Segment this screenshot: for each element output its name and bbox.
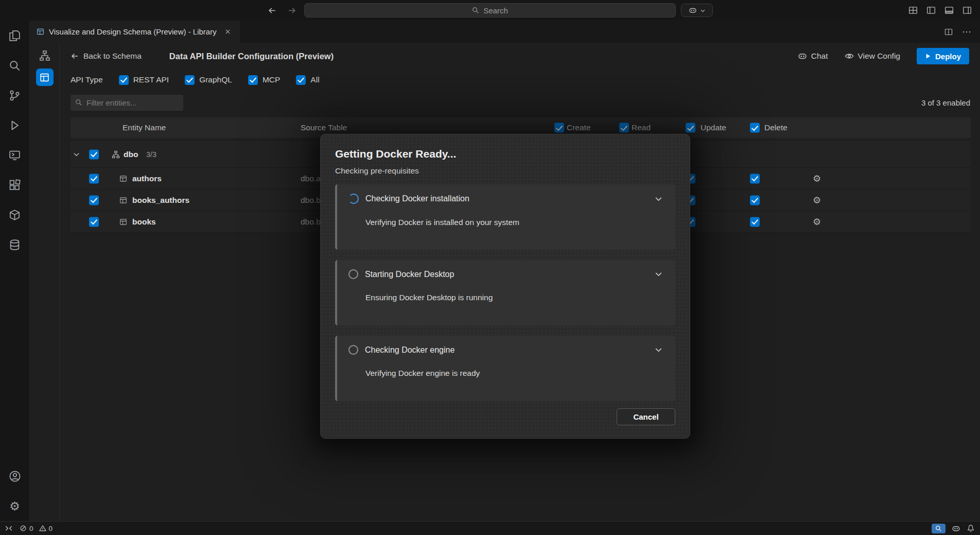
delete-checkbox[interactable]	[750, 217, 760, 227]
entity-name-column-header: Entity Name	[122, 123, 166, 132]
dialog-title: Getting Docker Ready...	[335, 148, 675, 160]
pending-circle-icon	[348, 269, 358, 279]
package-icon[interactable]	[0, 200, 30, 230]
back-arrow-icon[interactable]	[268, 6, 276, 15]
warning-count: 0	[49, 525, 53, 532]
entity-filter-box	[71, 95, 183, 111]
entity-name: books_authors	[132, 196, 189, 205]
notifications-bell-icon[interactable]	[967, 524, 975, 532]
toggle-panel-icon[interactable]	[944, 6, 954, 15]
entity-name: books	[132, 217, 156, 227]
step-header[interactable]: Starting Docker Desktop	[348, 269, 663, 279]
api-type-label: API Type	[71, 75, 103, 84]
more-actions-icon[interactable]: ⋯	[962, 26, 972, 38]
delete-checkbox[interactable]	[750, 195, 760, 205]
read-column-checkbox[interactable]	[619, 123, 629, 133]
row-settings-gear-icon[interactable]: ⚙	[813, 216, 821, 228]
deploy-label: Deploy	[935, 52, 961, 61]
step-description: Verifying Docker engine is ready	[365, 369, 663, 378]
row-settings-gear-icon[interactable]: ⚙	[813, 173, 821, 184]
zoom-status-icon[interactable]	[932, 524, 946, 533]
search-icon[interactable]	[0, 50, 30, 80]
graphql-checkbox[interactable]	[185, 75, 195, 85]
step-label: Starting Docker Desktop	[365, 270, 647, 279]
all-checkbox[interactable]	[296, 75, 306, 85]
step-docker-installation: Checking Docker installation Verifying D…	[335, 184, 675, 250]
update-column-header: Update	[701, 123, 726, 132]
view-config-button[interactable]: View Config	[845, 51, 900, 61]
explorer-icon[interactable]	[0, 21, 30, 50]
schema-icon	[112, 150, 120, 159]
back-to-schema-label: Back to Schema	[83, 51, 142, 61]
play-icon	[925, 53, 931, 59]
copilot-status-icon[interactable]	[952, 524, 960, 533]
table-grid-icon	[119, 196, 127, 204]
schema-designer-icon[interactable]	[38, 49, 51, 62]
dialog-actions: Cancel	[335, 408, 675, 425]
history-navigation	[268, 0, 296, 21]
delete-column-header: Delete	[764, 123, 787, 132]
step-label: Checking Docker engine	[365, 346, 647, 355]
mcp-checkbox[interactable]	[248, 75, 258, 85]
error-icon	[20, 525, 27, 532]
copilot-chat-icon	[798, 51, 807, 61]
rest-api-checkbox-group[interactable]: REST API	[119, 75, 169, 85]
chevron-down-icon[interactable]	[654, 270, 663, 279]
row-select-checkbox[interactable]	[89, 195, 99, 205]
status-bar-right	[932, 524, 975, 533]
remote-explorer-icon[interactable]	[0, 140, 30, 170]
schema-name: dbo	[124, 150, 138, 159]
account-icon[interactable]	[0, 461, 30, 491]
command-center-search[interactable]: Search	[304, 3, 676, 18]
step-header[interactable]: Checking Docker installation	[348, 194, 663, 204]
mcp-checkbox-group[interactable]: MCP	[248, 75, 280, 85]
tab-icon	[37, 28, 44, 36]
search-icon	[472, 7, 479, 14]
row-settings-gear-icon[interactable]: ⚙	[813, 195, 821, 206]
chat-button[interactable]: Chat	[798, 51, 828, 61]
row-select-checkbox[interactable]	[89, 174, 99, 183]
step-header[interactable]: Checking Docker engine	[348, 345, 663, 355]
step-description: Ensuring Docker Desktop is running	[365, 293, 663, 302]
chevron-down-icon[interactable]	[654, 346, 663, 354]
toggle-primary-sidebar-icon[interactable]	[926, 6, 936, 15]
delete-column-checkbox[interactable]	[750, 123, 760, 133]
graphql-label: GraphQL	[199, 75, 232, 84]
extensions-icon[interactable]	[0, 170, 30, 200]
deploy-button[interactable]: Deploy	[917, 48, 969, 64]
table-grid-icon	[119, 218, 127, 226]
activity-bar: ⚙	[0, 21, 30, 521]
collapse-chevron-icon[interactable]	[73, 150, 80, 158]
database-icon[interactable]	[0, 230, 30, 260]
back-to-schema-link[interactable]: Back to Schema	[71, 51, 142, 61]
delete-checkbox[interactable]	[750, 174, 760, 183]
editor-tab-bar: Visualize and Design Schema (Preview) - …	[30, 21, 980, 43]
forward-arrow-icon[interactable]	[288, 6, 296, 15]
chevron-down-icon[interactable]	[654, 195, 663, 203]
entity-filter-input[interactable]	[86, 98, 179, 107]
customize-layout-icon[interactable]	[908, 6, 918, 15]
all-checkbox-group[interactable]: All	[296, 75, 319, 85]
remote-indicator-icon[interactable]	[5, 525, 12, 532]
toggle-secondary-sidebar-icon[interactable]	[962, 6, 972, 15]
settings-gear-icon[interactable]: ⚙	[0, 491, 30, 521]
cancel-button[interactable]: Cancel	[617, 408, 675, 425]
tab-close-icon[interactable]	[223, 27, 233, 37]
source-control-icon[interactable]	[0, 80, 30, 110]
copilot-menu-button[interactable]	[681, 4, 713, 17]
run-debug-icon[interactable]	[0, 110, 30, 140]
title-bar: Search	[0, 0, 980, 21]
problems-indicator[interactable]: 0 0	[20, 525, 52, 532]
dialog-subtitle: Checking pre-requisites	[335, 166, 675, 176]
split-editor-icon[interactable]	[944, 28, 953, 36]
warning-icon	[39, 525, 46, 532]
row-select-checkbox[interactable]	[89, 217, 99, 227]
pending-circle-icon	[348, 345, 358, 355]
update-column-checkbox[interactable]	[686, 123, 695, 133]
create-column-checkbox[interactable]	[554, 123, 564, 133]
rest-api-checkbox[interactable]	[119, 75, 129, 85]
schema-select-checkbox[interactable]	[89, 149, 99, 159]
graphql-checkbox-group[interactable]: GraphQL	[185, 75, 232, 85]
dab-config-view-icon[interactable]	[36, 68, 54, 86]
tab-visualize-design-schema[interactable]: Visualize and Design Schema (Preview) - …	[30, 21, 240, 43]
